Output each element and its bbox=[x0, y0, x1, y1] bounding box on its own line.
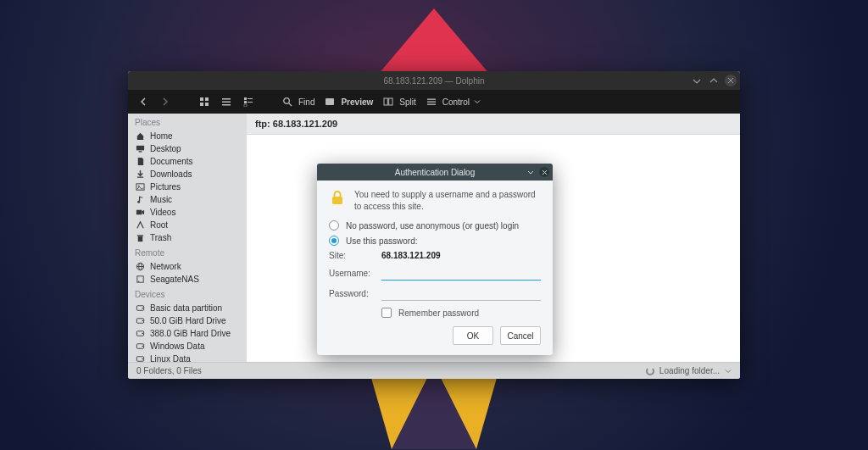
sidebar-item-label: Trash bbox=[150, 233, 171, 242]
sidebar-item-label: Linux Data bbox=[150, 354, 191, 362]
compact-view-button[interactable] bbox=[220, 95, 233, 108]
sidebar-item-label: Music bbox=[150, 195, 172, 204]
radio-anonymous-label: No password, use anonymous (or guest) lo… bbox=[346, 221, 519, 231]
preview-button[interactable]: Preview bbox=[323, 95, 373, 108]
icons-view-button[interactable] bbox=[198, 95, 211, 108]
music-icon bbox=[135, 195, 145, 205]
svg-point-18 bbox=[284, 98, 290, 104]
places-item[interactable]: Home bbox=[128, 130, 247, 142]
places-item[interactable]: Videos bbox=[128, 206, 247, 219]
svg-rect-22 bbox=[389, 98, 392, 105]
username-label: Username: bbox=[329, 269, 373, 278]
sidebar-item-label: Basic data partition bbox=[150, 303, 222, 313]
places-item[interactable]: Desktop bbox=[128, 142, 247, 155]
hdd-icon bbox=[135, 354, 145, 363]
dialog-close-button[interactable] bbox=[539, 167, 549, 177]
search-icon bbox=[281, 95, 294, 108]
dialog-message: You need to supply a username and a pass… bbox=[354, 189, 541, 212]
svg-rect-23 bbox=[427, 99, 436, 100]
checkbox-icon bbox=[381, 308, 392, 318]
radio-usepass-label: Use this password: bbox=[346, 236, 417, 246]
window-title: 68.183.121.209 — Dolphin bbox=[384, 76, 485, 86]
dialog-titlebar[interactable]: Authentication Dialog bbox=[317, 164, 553, 181]
details-view-button[interactable] bbox=[242, 95, 255, 108]
radio-anonymous[interactable]: No password, use anonymous (or guest) lo… bbox=[329, 220, 541, 231]
dialog-min-button[interactable] bbox=[526, 167, 536, 177]
svg-point-46 bbox=[142, 346, 143, 347]
username-input[interactable] bbox=[381, 265, 541, 281]
control-label: Control bbox=[442, 97, 470, 107]
back-button[interactable] bbox=[136, 95, 150, 108]
find-button[interactable]: Find bbox=[281, 95, 314, 108]
lock-icon bbox=[329, 189, 346, 206]
svg-rect-27 bbox=[138, 151, 142, 152]
password-label: Password: bbox=[329, 289, 373, 298]
svg-rect-21 bbox=[384, 98, 387, 105]
window-close-button[interactable] bbox=[725, 75, 737, 86]
remote-header: Remote bbox=[128, 244, 247, 260]
hdd-icon bbox=[135, 303, 145, 314]
svg-rect-37 bbox=[136, 276, 142, 282]
nas-icon bbox=[135, 275, 145, 285]
svg-rect-33 bbox=[136, 235, 142, 236]
svg-rect-16 bbox=[248, 102, 253, 103]
location-bar[interactable]: ftp: 68.183.121.209 bbox=[247, 114, 740, 135]
password-input[interactable] bbox=[381, 286, 541, 301]
split-button[interactable]: Split bbox=[381, 95, 415, 108]
places-item[interactable]: Downloads bbox=[128, 168, 247, 181]
svg-rect-20 bbox=[326, 98, 334, 105]
window-minimize-button[interactable] bbox=[691, 75, 703, 86]
places-panel: Places HomeDesktopDocumentsDownloadsPict… bbox=[128, 114, 247, 362]
site-label: Site: bbox=[329, 251, 373, 260]
places-item[interactable]: Documents bbox=[128, 155, 247, 168]
remote-item[interactable]: Network bbox=[128, 260, 247, 273]
window-maximize-button[interactable] bbox=[708, 75, 720, 86]
places-item[interactable]: Pictures bbox=[128, 181, 247, 193]
video-icon bbox=[135, 208, 145, 218]
site-value: 68.183.121.209 bbox=[381, 251, 441, 260]
devices-item[interactable]: Windows Data bbox=[128, 340, 247, 353]
svg-point-40 bbox=[142, 308, 143, 309]
devices-item[interactable]: Linux Data bbox=[128, 353, 247, 362]
chevron-down-icon bbox=[474, 95, 481, 108]
places-item[interactable]: Trash bbox=[128, 231, 247, 244]
ok-button[interactable]: OK bbox=[453, 326, 493, 345]
sidebar-item-label: SeagateNAS bbox=[150, 275, 199, 284]
status-left: 0 Folders, 0 Files bbox=[136, 366, 202, 375]
status-chevron-icon[interactable] bbox=[725, 368, 732, 375]
radio-use-password[interactable]: Use this password: bbox=[329, 236, 541, 246]
svg-rect-10 bbox=[222, 98, 231, 100]
sidebar-item-label: 388.0 GiB Hard Drive bbox=[150, 329, 231, 338]
cancel-button[interactable]: Cancel bbox=[500, 326, 541, 345]
forward-button[interactable] bbox=[159, 95, 172, 108]
svg-rect-15 bbox=[244, 101, 247, 103]
svg-rect-9 bbox=[205, 103, 209, 106]
svg-rect-32 bbox=[137, 236, 142, 242]
toolbar: Find Preview Split Control bbox=[128, 90, 740, 114]
svg-rect-6 bbox=[200, 97, 203, 101]
split-label: Split bbox=[399, 97, 415, 107]
devices-item[interactable]: 50.0 GiB Hard Drive bbox=[128, 314, 247, 327]
devices-item[interactable]: 388.0 GiB Hard Drive bbox=[128, 327, 247, 340]
trash-icon bbox=[135, 233, 145, 243]
sidebar-item-label: Network bbox=[150, 262, 181, 271]
devices-item[interactable]: Basic data partition bbox=[128, 302, 247, 314]
places-item[interactable]: Root bbox=[128, 219, 247, 231]
control-button[interactable]: Control bbox=[425, 95, 481, 108]
places-item[interactable]: Music bbox=[128, 193, 247, 206]
hdd-icon bbox=[135, 329, 145, 339]
remember-checkbox-row[interactable]: Remember password bbox=[381, 308, 541, 318]
split-icon bbox=[381, 95, 395, 108]
svg-point-48 bbox=[142, 358, 143, 360]
remote-item[interactable]: SeagateNAS bbox=[128, 273, 247, 286]
preview-icon bbox=[323, 95, 337, 108]
pictures-icon bbox=[135, 182, 145, 192]
svg-line-19 bbox=[289, 103, 292, 106]
download-icon bbox=[135, 169, 145, 180]
svg-rect-17 bbox=[244, 104, 247, 107]
devices-header: Devices bbox=[128, 286, 247, 302]
places-header: Places bbox=[128, 114, 247, 130]
root-icon bbox=[135, 220, 145, 231]
hamburger-icon bbox=[425, 95, 438, 108]
window-titlebar[interactable]: 68.183.121.209 — Dolphin bbox=[128, 71, 740, 90]
